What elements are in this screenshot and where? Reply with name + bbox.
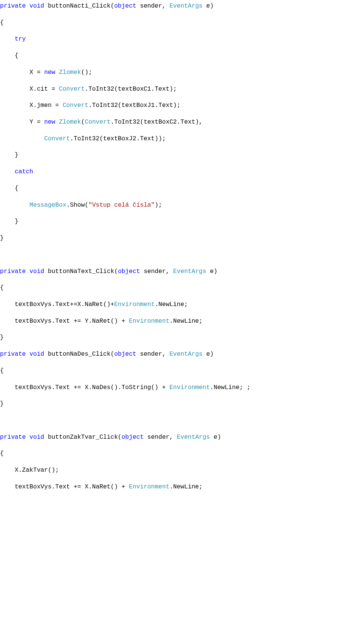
keyword-void: void xyxy=(30,434,44,441)
keyword-try: try xyxy=(15,36,26,42)
keyword-object: object xyxy=(114,3,136,9)
type-environment: Environment xyxy=(169,384,210,391)
brace: { xyxy=(0,367,4,374)
code-text: X.cit = xyxy=(30,86,59,93)
type-convert: Convert xyxy=(85,119,110,126)
code-text: textBoxVys.Text += Y.NaRet() + xyxy=(15,318,129,325)
keyword-private: private xyxy=(0,3,26,9)
brace: { xyxy=(0,450,4,457)
code-text: textBoxVys.Text+=X.NaRet()+ xyxy=(15,301,114,308)
brace: { xyxy=(15,52,19,59)
keyword-new: new xyxy=(44,119,55,126)
type-zlomek: Zlomek xyxy=(59,119,81,126)
method-name: buttonNaText_Click( xyxy=(44,268,118,275)
type-environment: Environment xyxy=(114,301,155,308)
code-text: .Show( xyxy=(66,202,88,209)
code-text xyxy=(55,119,59,126)
keyword-void: void xyxy=(30,268,44,275)
brace: } xyxy=(15,218,19,225)
keyword-void: void xyxy=(30,351,44,358)
keyword-object: object xyxy=(118,268,140,275)
keyword-object: object xyxy=(114,351,136,358)
param-text: e) xyxy=(206,268,217,275)
code-text: textBoxVys.Text += X.NaRet() + xyxy=(15,483,129,490)
keyword-private: private xyxy=(0,434,26,441)
param-text: sender, xyxy=(136,351,169,358)
keyword-new: new xyxy=(44,69,55,76)
type-eventargs: EventArgs xyxy=(169,3,202,9)
type-eventargs: EventArgs xyxy=(169,351,202,358)
string-literal: "Vstup celá čísla" xyxy=(88,202,155,209)
code-text: Y = xyxy=(30,119,44,126)
type-eventargs: EventArgs xyxy=(177,434,210,441)
keyword-catch: catch xyxy=(15,168,33,175)
param-text: sender, xyxy=(140,268,173,275)
type-convert: Convert xyxy=(44,135,70,142)
code-text: .ToInt32(textBoxC1.Text); xyxy=(85,86,177,93)
code-text: X.ZakTvar(); xyxy=(15,467,59,474)
code-text: ( xyxy=(81,119,85,126)
type-environment: Environment xyxy=(129,318,169,325)
code-text: X = xyxy=(30,69,44,76)
keyword-private: private xyxy=(0,268,26,275)
type-messagebox: MessageBox xyxy=(30,202,66,209)
keyword-private: private xyxy=(0,351,26,358)
brace: } xyxy=(0,235,4,242)
code-text: ); xyxy=(155,202,162,209)
type-environment: Environment xyxy=(129,483,169,490)
method-name: buttonNacti_Click( xyxy=(44,3,115,9)
keyword-object: object xyxy=(122,434,144,441)
code-text: X.jmen = xyxy=(30,102,63,109)
param-text: e) xyxy=(202,351,213,358)
param-text: e) xyxy=(202,3,213,9)
type-convert: Convert xyxy=(59,86,85,93)
brace: } xyxy=(0,400,4,407)
type-eventargs: EventArgs xyxy=(173,268,206,275)
keyword-void: void xyxy=(30,3,44,9)
brace: } xyxy=(0,334,4,341)
method-name: buttonNaDes_Click( xyxy=(44,351,115,358)
param-text: sender, xyxy=(144,434,177,441)
code-text: .NewLine; xyxy=(155,301,188,308)
code-text xyxy=(55,69,59,76)
brace: { xyxy=(0,284,4,291)
code-text: (); xyxy=(81,69,92,76)
type-zlomek: Zlomek xyxy=(59,69,81,76)
code-text: .ToInt32(textBoxC2.Text), xyxy=(110,119,202,126)
brace: { xyxy=(15,185,19,192)
param-text: e) xyxy=(210,434,221,441)
code-text: .NewLine; ; xyxy=(210,384,251,391)
code-text: textBoxVys.Text += X.NaDes().ToString() … xyxy=(15,384,169,391)
code-block: private void buttonNacti_Click(object se… xyxy=(0,2,364,491)
param-text: sender, xyxy=(136,3,169,9)
code-text: .NewLine; xyxy=(169,483,202,490)
code-text: .ToInt32(textBoxJ1.Text); xyxy=(88,102,180,109)
code-text: .ToInt32(textBoxJ2.Text)); xyxy=(70,135,166,142)
code-text: .NewLine; xyxy=(169,318,202,325)
method-name: buttonZakTvar_Click( xyxy=(44,434,122,441)
brace: } xyxy=(15,152,19,159)
brace: { xyxy=(0,19,4,26)
type-convert: Convert xyxy=(63,102,88,109)
